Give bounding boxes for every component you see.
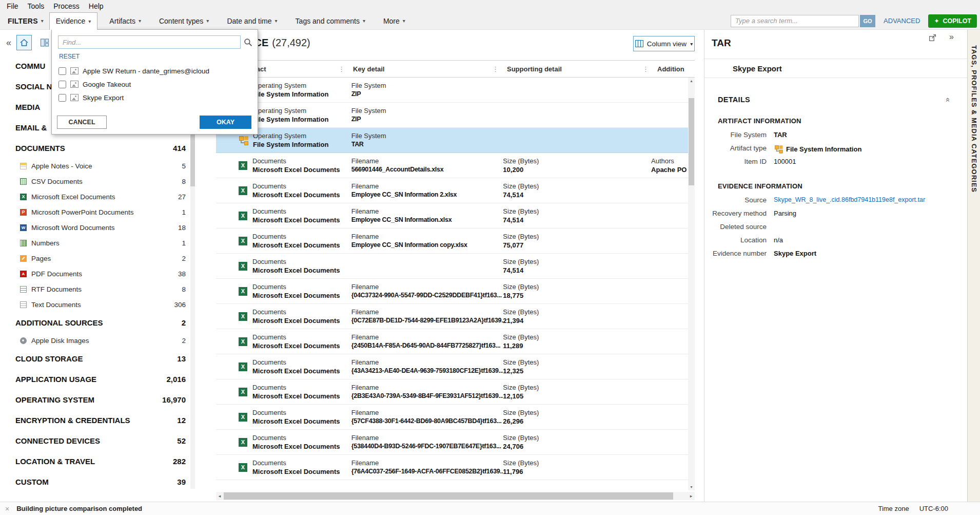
popout-panel-icon[interactable] <box>929 34 936 43</box>
sidebar-item-rtf-documents[interactable]: RTF Documents8 <box>0 281 195 297</box>
table-row[interactable]: DocumentsMicrosoft Excel DocumentsFilena… <box>216 329 688 354</box>
artifact-cell: DocumentsMicrosoft Excel Documents <box>216 329 351 354</box>
table-row[interactable]: DocumentsMicrosoft Excel DocumentsFilena… <box>216 405 688 430</box>
evidence-find-input[interactable] <box>58 35 241 49</box>
cancel-button[interactable]: CANCEL <box>57 116 107 129</box>
menu-item-help[interactable]: Help <box>84 2 108 10</box>
sidebar-category-encryption-credentials[interactable]: ENCRYPTION & CREDENTIALS12 <box>0 410 195 430</box>
column-header-additional-detail[interactable]: Addition <box>657 61 695 77</box>
table-vertical-scrollbar[interactable]: ▴ ▾ <box>688 78 695 490</box>
vertical-scrollbar-thumb[interactable] <box>689 98 694 185</box>
filter-dropdown-more[interactable]: More▾ <box>377 12 411 30</box>
pdf-icon <box>20 271 27 277</box>
evidence-filter-item[interactable]: Apple SW Return - dante_grimes@icloud <box>52 64 258 78</box>
table-row[interactable]: DocumentsMicrosoft Excel DocumentsFilena… <box>216 304 688 329</box>
sidebar-category-application-usage[interactable]: APPLICATION USAGE2,016 <box>0 369 195 389</box>
sidebar-item-csv-documents[interactable]: CSV Documents8 <box>0 174 195 189</box>
collapse-panel-right-icon[interactable]: » <box>949 32 954 42</box>
horizontal-scrollbar-thumb[interactable] <box>224 492 673 500</box>
results-table: Artifact ⋮ Key detail ⋮ Supporting detai… <box>216 60 695 502</box>
copilot-button[interactable]: ✦ COPILOT <box>928 14 977 28</box>
scroll-down-icon[interactable]: ▾ <box>688 484 695 490</box>
filter-dropdown-tags-and-comments[interactable]: Tags and comments▾ <box>289 12 371 30</box>
detail-value: Parsing <box>774 209 796 217</box>
filter-dropdown-artifacts[interactable]: Artifacts▾ <box>103 12 147 30</box>
filter-dropdown-date-and-time[interactable]: Date and time▾ <box>221 12 283 30</box>
artifact-name: File System Information <box>253 140 328 149</box>
okay-button[interactable]: OKAY <box>200 116 251 129</box>
evidence-name-header[interactable]: Skype Export <box>704 59 967 78</box>
evidence-item-checkbox[interactable] <box>58 67 66 75</box>
table-row[interactable]: DocumentsMicrosoft Excel DocumentsFilena… <box>216 455 688 480</box>
sidebar-item-numbers[interactable]: Numbers1 <box>0 235 195 251</box>
table-row[interactable]: DocumentsMicrosoft Excel DocumentsFilena… <box>216 228 688 254</box>
table-row[interactable]: DocumentsMicrosoft Excel DocumentsFilena… <box>216 279 688 304</box>
sidebar-item-text-documents[interactable]: Text Documents306 <box>0 297 195 312</box>
scroll-right-icon[interactable]: ▸ <box>688 492 695 500</box>
key-detail-value: Employee CC_SN Information 2.xlsx <box>351 190 503 199</box>
column-menu-icon[interactable]: ⋮ <box>492 65 499 73</box>
search-input[interactable] <box>731 15 859 27</box>
evidence-filter-item[interactable]: Google Takeout <box>52 78 258 91</box>
sidebar-item-apple-disk-images[interactable]: Apple Disk Images2 <box>0 333 195 348</box>
column-header-supporting-detail[interactable]: Supporting detail ⋮ <box>507 61 657 77</box>
table-row[interactable]: Operating SystemFile System InformationF… <box>216 128 688 153</box>
table-row[interactable]: Operating SystemFile System InformationF… <box>216 103 688 128</box>
evidence-filter-item[interactable]: Skype Export <box>52 91 258 104</box>
layout-view-button[interactable] <box>37 35 52 50</box>
reset-link[interactable]: RESET <box>59 53 80 60</box>
sidebar-category-operating-system[interactable]: OPERATING SYSTEM16,970 <box>0 389 195 410</box>
scroll-left-icon[interactable]: ◂ <box>216 492 223 500</box>
evidence-item-checkbox[interactable] <box>58 81 66 88</box>
sidebar-category-connected-devices[interactable]: CONNECTED DEVICES52 <box>0 430 195 451</box>
table-row[interactable]: DocumentsMicrosoft Excel DocumentsFilena… <box>216 153 688 178</box>
sidebar-category-location-travel[interactable]: LOCATION & TRAVEL282 <box>0 451 195 471</box>
menu-item-tools[interactable]: Tools <box>23 2 49 10</box>
table-row[interactable]: Operating SystemFile System InformationF… <box>216 78 688 103</box>
table-row[interactable]: DocumentsMicrosoft Excel DocumentsSize (… <box>216 254 688 279</box>
sidebar-category-count: 39 <box>177 478 186 486</box>
sidebar-category-cloud-storage[interactable]: CLOUD STORAGE13 <box>0 348 195 369</box>
column-view-button[interactable]: Column view ▾ <box>633 36 695 51</box>
sidebar-item-apple-notes-voice[interactable]: Apple Notes - Voice5 <box>0 158 195 174</box>
column-header-key-detail[interactable]: Key detail ⋮ <box>353 61 507 77</box>
table-row[interactable]: DocumentsMicrosoft Excel DocumentsFilena… <box>216 430 688 455</box>
details-section-header[interactable]: DETAILS « <box>704 93 967 106</box>
table-horizontal-scrollbar[interactable]: ◂ ▸ <box>216 492 695 500</box>
right-side-tab[interactable]: TAGS, PROFILES & MEDIA CATEGORIES <box>967 30 980 502</box>
sidebar-item-microsoft-powerpoint-documents[interactable]: Microsoft PowerPoint Documents1 <box>0 204 195 220</box>
collapse-section-icon[interactable]: « <box>944 98 953 102</box>
column-menu-icon[interactable]: ⋮ <box>338 65 345 73</box>
menu-item-process[interactable]: Process <box>49 2 84 10</box>
menu-item-file[interactable]: File <box>2 2 23 10</box>
supporting-detail-value: 12,325 <box>503 367 651 375</box>
column-menu-icon[interactable]: ⋮ <box>642 65 649 73</box>
table-row[interactable]: DocumentsMicrosoft Excel DocumentsFilena… <box>216 354 688 379</box>
excel-icon <box>239 186 247 195</box>
key-detail-value: Employee CC_SN Information copy.xlsx <box>351 241 503 250</box>
close-notification-icon[interactable]: × <box>5 505 9 513</box>
sidebar-category-additional-sources[interactable]: ADDITIONAL SOURCES2 <box>0 312 195 333</box>
collapse-panel-icon[interactable]: « <box>6 37 11 48</box>
table-row[interactable]: DocumentsMicrosoft Excel DocumentsFilena… <box>216 178 688 203</box>
column-header-label: Supporting detail <box>507 65 562 73</box>
go-button[interactable]: GO <box>860 15 875 27</box>
sidebar-category-documents[interactable]: DOCUMENTS414 <box>0 138 195 158</box>
sidebar-item-pdf-documents[interactable]: PDF Documents38 <box>0 266 195 281</box>
sidebar-item-microsoft-excel-documents[interactable]: Microsoft Excel Documents27 <box>0 189 195 204</box>
table-row[interactable]: DocumentsMicrosoft Excel DocumentsFilena… <box>216 379 688 405</box>
sidebar-category-custom[interactable]: CUSTOM39 <box>0 471 195 492</box>
home-view-button[interactable] <box>16 35 32 50</box>
sidebar-item-pages[interactable]: Pages2 <box>0 251 195 266</box>
evidence-item-checkbox[interactable] <box>58 94 66 102</box>
filter-dropdown-content-types[interactable]: Content types▾ <box>153 12 215 30</box>
filter-dropdown-evidence[interactable]: Evidence▾ <box>49 12 98 30</box>
detail-value[interactable]: Skype_WR_8_live_.cid.86fbd7941b119e8f_ex… <box>774 196 925 203</box>
sidebar-item-microsoft-word-documents[interactable]: Microsoft Word Documents18 <box>0 220 195 235</box>
table-row[interactable]: DocumentsMicrosoft Excel DocumentsFilena… <box>216 203 688 228</box>
advanced-search-link[interactable]: ADVANCED <box>884 17 920 25</box>
scroll-up-icon[interactable]: ▴ <box>688 78 695 84</box>
timezone-value[interactable]: UTC-6:00 <box>919 505 948 512</box>
additional-detail <box>651 430 688 454</box>
supporting-detail-label: Size (Bytes) <box>503 408 651 417</box>
